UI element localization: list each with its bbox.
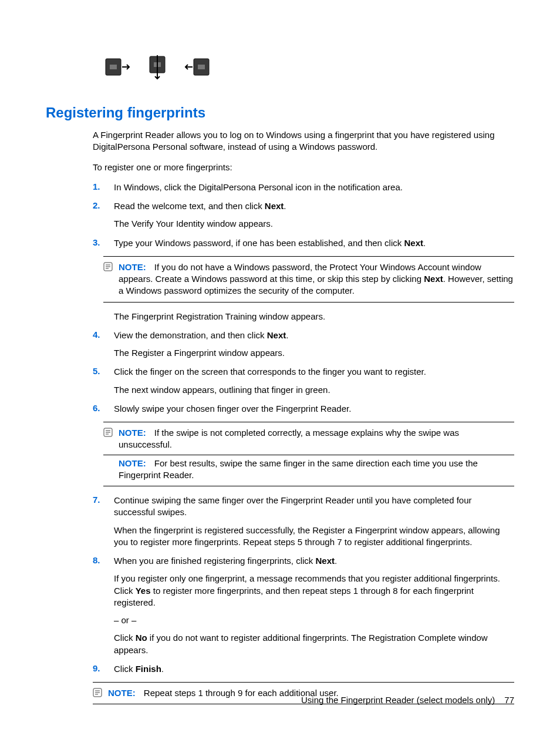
swipe-left-icon <box>183 53 211 81</box>
step-body: Slowly swipe your chosen finger over the… <box>114 403 514 415</box>
step-sub: Click No if you do not want to register … <box>114 632 514 656</box>
step-body: Type your Windows password, if one has b… <box>114 237 514 249</box>
note-divider <box>103 455 514 455</box>
fingerprint-icons-row <box>103 53 514 81</box>
page-footer: Using the Fingerprint Reader (select mod… <box>301 695 514 705</box>
kw-yes: Yes <box>136 586 151 596</box>
step-text: . <box>286 330 288 340</box>
step-text: . <box>335 556 337 566</box>
note-icon <box>103 428 113 437</box>
step-number: 3. <box>93 237 103 249</box>
sub-text: Click <box>114 633 136 643</box>
step-text: Read the welcome text, and then click <box>114 201 265 211</box>
step-number: 2. <box>93 200 103 230</box>
step-body: Continue swiping the same finger over th… <box>114 495 514 548</box>
note-block-2: NOTE: If the swipe is not completed corr… <box>103 422 514 486</box>
sub-text: if you do not want to register additiona… <box>114 633 488 654</box>
step-text: Continue swiping the same finger over th… <box>114 495 472 517</box>
step-2: 2. Read the welcome text, and then click… <box>93 200 514 230</box>
section-heading: Registering fingerprints <box>46 105 514 121</box>
step-9: 9. Click Finish. <box>93 663 514 675</box>
note-icon <box>93 688 102 697</box>
step-number: 7. <box>93 495 103 548</box>
page-number: 77 <box>504 695 514 705</box>
kw-next: Next <box>265 201 284 211</box>
step-body: Click Finish. <box>114 663 514 675</box>
step-text: . <box>423 238 426 248</box>
note-label: NOTE: <box>119 458 146 468</box>
step-text: View the demonstration, and then click <box>114 330 267 340</box>
kw-next: Next <box>316 556 335 566</box>
note-label: NOTE: <box>119 262 146 272</box>
step-number: 9. <box>93 663 103 675</box>
step-text: Type your Windows password, if one has b… <box>114 238 404 248</box>
step-text: Click the finger on the screen that corr… <box>114 367 426 377</box>
svg-rect-1 <box>110 65 117 69</box>
note-label: NOTE: <box>119 428 146 438</box>
step-sub: The Register a Fingerprint window appear… <box>114 347 514 359</box>
step-body: View the demonstration, and then click N… <box>114 330 514 359</box>
step-7: 7. Continue swiping the same finger over… <box>93 495 514 548</box>
note-text: NOTE: If you do not have a Windows passw… <box>119 261 514 297</box>
step-4: 4. View the demonstration, and then clic… <box>93 330 514 359</box>
step-body: When you are finished registering finger… <box>114 555 514 656</box>
note-row: NOTE: If you do not have a Windows passw… <box>103 261 514 297</box>
note-text: NOTE: For best results, swipe the same f… <box>119 458 514 482</box>
step-text: Click <box>114 664 136 674</box>
swipe-right-icon <box>103 53 131 81</box>
spacer <box>93 311 103 322</box>
step-3: 3. Type your Windows password, if one ha… <box>93 237 514 249</box>
svg-rect-5 <box>198 65 205 69</box>
note-content: For best results, swipe the same finger … <box>119 458 478 480</box>
footer-section: Using the Fingerprint Reader (select mod… <box>301 695 495 705</box>
step-sub: The next window appears, outlining that … <box>114 384 514 396</box>
post-note-body: The Fingerprint Registration Training wi… <box>114 311 514 322</box>
sub-text: to register more fingerprints, and then … <box>114 586 474 607</box>
step-text: . <box>161 664 164 674</box>
note-text: NOTE: If the swipe is not completed corr… <box>119 427 514 451</box>
post-note-text: The Fingerprint Registration Training wi… <box>93 311 514 322</box>
step-text: When you are finished registering finger… <box>114 556 316 566</box>
note-block-1: NOTE: If you do not have a Windows passw… <box>103 256 514 303</box>
step-text: . <box>284 201 286 211</box>
kw-no: No <box>136 633 147 643</box>
step-6: 6. Slowly swipe your chosen finger over … <box>93 403 514 415</box>
note-row: NOTE: For best results, swipe the same f… <box>103 458 514 482</box>
kw-next: Next <box>267 330 286 340</box>
step-number: 4. <box>93 330 103 359</box>
steps-list: 1. In Windows, click the DigitalPersona … <box>93 182 514 675</box>
kw-next: Next <box>404 238 423 248</box>
step-number: 5. <box>93 366 103 396</box>
or-separator: – or – <box>114 614 514 626</box>
intro-para-1: A Fingerprint Reader allows you to log o… <box>93 129 514 153</box>
step-1: 1. In Windows, click the DigitalPersona … <box>93 182 514 193</box>
note-content: If the swipe is not completed correctly,… <box>119 428 459 449</box>
note-row: NOTE: If the swipe is not completed corr… <box>103 427 514 451</box>
kw-finish: Finish <box>136 664 161 674</box>
step-body: Read the welcome text, and then click Ne… <box>114 200 514 230</box>
step-number: 1. <box>93 182 103 193</box>
content-body: A Fingerprint Reader allows you to log o… <box>93 129 514 704</box>
step-5: 5. Click the finger on the screen that c… <box>93 366 514 396</box>
kw-next: Next <box>424 274 443 284</box>
intro-para-2: To register one or more fingerprints: <box>93 162 514 173</box>
step-sub: The Verify Your Identity window appears. <box>114 218 514 230</box>
step-sub: If you register only one fingerprint, a … <box>114 573 514 609</box>
step-body: In Windows, click the DigitalPersona Per… <box>114 182 514 193</box>
step-8: 8. When you are finished registering fin… <box>93 555 514 656</box>
step-number: 6. <box>93 403 103 415</box>
note-icon <box>103 262 113 271</box>
note-label: NOTE: <box>108 688 136 698</box>
swipe-down-icon <box>143 53 171 81</box>
step-body: Click the finger on the screen that corr… <box>114 366 514 396</box>
step-sub: When the fingerprint is registered succe… <box>114 525 514 549</box>
step-number: 8. <box>93 555 103 656</box>
